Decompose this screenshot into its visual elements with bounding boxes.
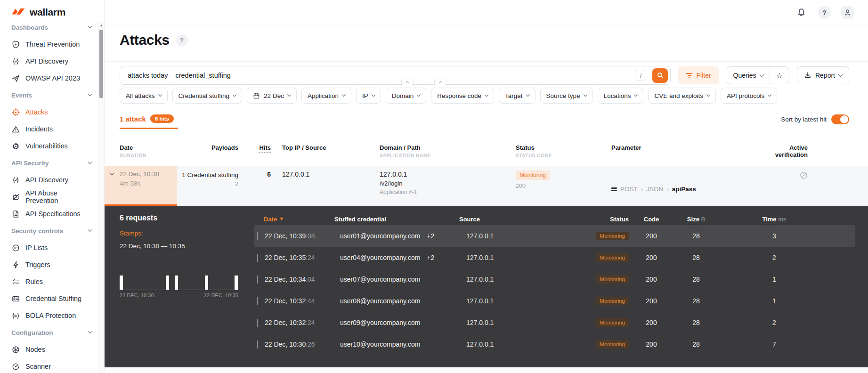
queries-button[interactable]: Queries — [727, 67, 770, 84]
ip-circle-icon: IP — [11, 243, 20, 252]
request-size: 28 — [670, 232, 722, 240]
request-date: 22 Dec, 10:30:26 — [264, 341, 334, 348]
chevron-down-icon — [417, 93, 421, 97]
sidebar-item-incidents[interactable]: Incidents — [0, 121, 98, 138]
request-row[interactable]: 22 Dec, 10:32:24user09@yourcompany.com12… — [254, 312, 855, 333]
help-icon[interactable]: ? — [818, 6, 831, 19]
sidebar-scrollbar[interactable]: ▲ — [98, 22, 104, 373]
filter-chip-application[interactable]: Application — [301, 88, 351, 104]
col-request-date[interactable]: Date — [264, 216, 334, 223]
request-row[interactable]: 22 Dec, 10:30:26user10@yourcompany.com12… — [254, 333, 855, 355]
credential-extra-count: +2 — [427, 254, 434, 261]
filter-chip-locations[interactable]: Locations — [598, 88, 644, 104]
col-size[interactable]: Size B — [670, 216, 722, 223]
sidebar-section-configuration[interactable]: Configuration — [0, 324, 98, 341]
filter-chip-credential-stuffing[interactable]: Credential stuffing — [172, 88, 243, 104]
request-row[interactable]: 22 Dec, 10:32:44user08@yourcompany.com12… — [254, 290, 855, 312]
chevron-down-icon — [233, 93, 236, 97]
col-date[interactable]: Date — [120, 144, 177, 151]
favorite-star-button[interactable]: ☆ — [770, 67, 789, 84]
scrollbar-up-arrow-icon[interactable]: ▲ — [98, 22, 104, 29]
attack-top-ip-cell[interactable]: 127.0.0.1 — [276, 166, 377, 206]
col-time[interactable]: Time ms — [722, 216, 855, 223]
attack-row[interactable]: 22 Dec, 10:30 4m 58s 1 Credential stuffi… — [105, 166, 868, 206]
filter-chip-all-attacks[interactable]: All attacks — [120, 88, 168, 104]
sidebar-item-rules[interactable]: Rules — [0, 273, 98, 290]
request-row[interactable]: 22 Dec, 10:39:08user01@yourcompany.com+2… — [254, 225, 855, 247]
attack-date-cell[interactable]: 22 Dec, 10:30 4m 58s — [105, 166, 177, 206]
parameter-icon — [611, 187, 617, 191]
stamps-label[interactable]: Stamps: — [120, 230, 251, 237]
sidebar-section-events[interactable]: Events — [0, 87, 98, 104]
download-icon — [804, 72, 811, 79]
request-size: 28 — [670, 276, 722, 283]
request-row[interactable]: 22 Dec, 10:35:24user04@yourcompany.com+2… — [254, 247, 855, 268]
sidebar-item-owasp-api-2023[interactable]: OWASP API 2023 — [0, 70, 98, 87]
radiation-icon — [11, 142, 20, 151]
sidebar-item-api-discovery[interactable]: API Discovery — [0, 171, 98, 188]
histogram-bar — [120, 276, 123, 290]
scrollbar-thumb[interactable] — [99, 30, 103, 98]
wallarm-logo[interactable]: wallarm — [0, 0, 98, 24]
sidebar-item-vulnerabilities[interactable]: Vulnerabilities — [0, 138, 98, 154]
page-help-icon[interactable]: ? — [176, 34, 188, 46]
active-verification-cell[interactable] — [768, 166, 868, 206]
sidebar-item-credential-stuffing[interactable]: Credential Stuffing — [0, 290, 98, 307]
sidebar-item-bola-protection[interactable]: IDBOLA Protection — [0, 307, 98, 324]
filter-chip-api-protocols[interactable]: API protocols — [721, 88, 777, 104]
request-code: 200 — [633, 319, 670, 326]
report-button[interactable]: Report — [797, 66, 849, 84]
sidebar-item-api-discovery[interactable]: API Discovery — [0, 53, 98, 70]
request-date: 22 Dec, 10:32:44 — [264, 297, 334, 305]
sidebar-item-nodes[interactable]: Nodes — [0, 341, 98, 358]
requests-count: 6 requests — [120, 214, 251, 222]
user-account-icon[interactable] — [841, 6, 854, 19]
col-hits[interactable]: Hits — [245, 144, 271, 151]
sidebar-item-api-specifications[interactable]: API Specifications — [0, 205, 98, 222]
notifications-bell-icon[interactable] — [795, 6, 808, 19]
chevron-down-icon — [158, 93, 162, 97]
request-row[interactable]: 22 Dec, 10:34:04user07@yourcompany.com12… — [254, 268, 855, 290]
sidebar-item-ip-lists[interactable]: IPIP Lists — [0, 239, 98, 256]
attack-parameter-cell[interactable]: POST › JSON › apiPass — [608, 166, 768, 206]
sidebar-section-api-security[interactable]: API Security — [0, 154, 98, 171]
search-button[interactable] — [652, 68, 668, 83]
chevron-right-icon — [257, 297, 258, 305]
filter-chip-domain[interactable]: Domain — [386, 88, 427, 104]
search-expand-handle[interactable] — [401, 79, 414, 85]
filter-chip-target[interactable]: Target — [499, 88, 535, 104]
sidebar-item-threat-prevention[interactable]: Threat Prevention — [0, 36, 98, 53]
request-source: 127.0.0.1 — [459, 297, 591, 305]
attack-results-tab[interactable]: 1 attack 6 hits — [120, 114, 174, 123]
filter-chip-source-type[interactable]: Source type — [540, 88, 593, 104]
query-token-time[interactable]: attacks today — [128, 72, 168, 79]
search-expand-handle-2[interactable] — [434, 79, 446, 85]
chevron-down-icon — [88, 160, 92, 164]
filter-chip-response-code[interactable]: Response code — [431, 88, 494, 104]
sort-toggle[interactable] — [831, 114, 849, 124]
disabled-circle-icon — [800, 171, 808, 179]
shield-icon — [11, 40, 20, 49]
filter-chip-ip[interactable]: IP — [356, 88, 381, 104]
braces-check-icon — [11, 57, 20, 66]
request-size: 28 — [670, 341, 722, 348]
credential-extra-count: +2 — [427, 232, 434, 240]
col-status: Status — [516, 144, 608, 151]
filter-chip-cve-and-exploits[interactable]: CVE and exploits — [648, 88, 716, 104]
sidebar-item-attacks[interactable]: Attacks — [0, 104, 98, 121]
warning-triangle-icon — [11, 125, 20, 134]
sidebar-item-triggers[interactable]: Triggers — [0, 256, 98, 273]
col-stuffed-credential: Stuffed credential — [334, 216, 459, 223]
query-token-type[interactable]: credential_stuffing — [175, 72, 230, 79]
active-tab-underline — [120, 128, 178, 129]
filter-button[interactable]: Filter — [678, 66, 719, 84]
search-input[interactable]: attacks today credential_stuffing / — [120, 66, 671, 85]
chevron-right-icon — [257, 254, 258, 262]
sidebar-section-security-controls[interactable]: Security controls — [0, 222, 98, 239]
queries-group: Queries ☆ — [727, 66, 789, 84]
sidebar-item-scanner[interactable]: Scanner — [0, 358, 98, 373]
attack-domain-cell[interactable]: 127.0.0.1 /v2/login Application #-1 — [377, 166, 506, 206]
sidebar-item-api-abuse-prevention[interactable]: API Abuse Prevention — [0, 188, 98, 205]
filter-chip-22-dec[interactable]: 22 Dec — [247, 88, 297, 104]
chevron-down-icon — [287, 93, 291, 97]
